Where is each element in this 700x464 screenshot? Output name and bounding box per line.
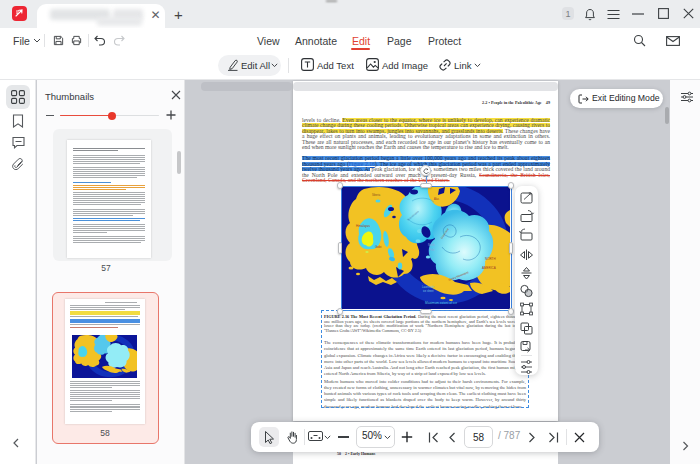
svg-text:NORTH: NORTH: [485, 257, 496, 261]
svg-text:Alas: Alas: [434, 197, 440, 201]
svg-text:Gobi: Gobi: [375, 245, 382, 249]
svg-text:North: North: [428, 243, 435, 247]
svg-text:AMERICA: AMERICA: [482, 266, 496, 270]
svg-text:Siberia: Siberia: [372, 193, 381, 197]
svg-text:Himalayas: Himalayas: [356, 224, 371, 228]
svg-text:Laurentide: Laurentide: [422, 285, 435, 289]
svg-text:ice sheet: ice sheet: [423, 289, 434, 293]
svg-text:Maximum extent of ice: Maximum extent of ice: [425, 301, 457, 305]
svg-text:Pole: Pole: [429, 248, 435, 252]
